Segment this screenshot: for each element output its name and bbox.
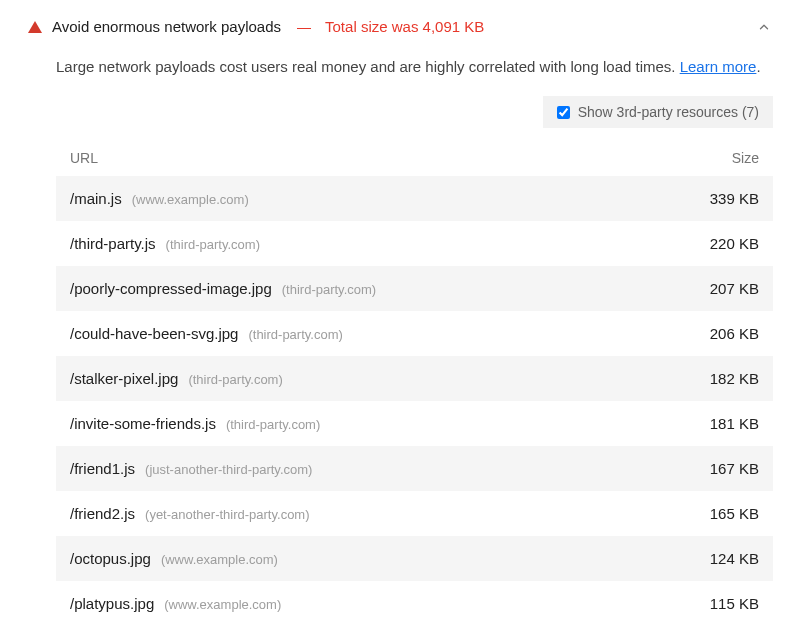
third-party-checkbox[interactable] <box>557 106 570 119</box>
table-row: /third-party.js(third-party.com)220 KB <box>56 221 773 266</box>
resource-path: /octopus.jpg <box>70 550 151 567</box>
table-row: /could-have-been-svg.jpg(third-party.com… <box>56 311 773 356</box>
resource-path: /third-party.js <box>70 235 156 252</box>
resource-path: /could-have-been-svg.jpg <box>70 325 238 342</box>
resource-domain: (just-another-third-party.com) <box>145 462 312 477</box>
table-row: /stalker-pixel.jpg(third-party.com)182 K… <box>56 356 773 401</box>
resource-domain: (third-party.com) <box>188 372 282 387</box>
resource-url: /third-party.js(third-party.com) <box>70 235 260 252</box>
resource-url: /octopus.jpg(www.example.com) <box>70 550 278 567</box>
toggle-row: Show 3rd-party resources (7) <box>56 96 783 128</box>
resource-size: 182 KB <box>710 370 759 387</box>
resources-table: URL Size /main.js(www.example.com)339 KB… <box>56 144 783 626</box>
size-column-header: Size <box>732 150 759 166</box>
table-row: /friend1.js(just-another-third-party.com… <box>56 446 773 491</box>
resource-domain: (third-party.com) <box>282 282 376 297</box>
resource-size: 207 KB <box>710 280 759 297</box>
third-party-toggle-label: Show 3rd-party resources (7) <box>578 104 759 120</box>
table-row: /invite-some-friends.js(third-party.com)… <box>56 401 773 446</box>
resource-path: /poorly-compressed-image.jpg <box>70 280 272 297</box>
table-row: /poorly-compressed-image.jpg(third-party… <box>56 266 773 311</box>
resource-domain: (third-party.com) <box>166 237 260 252</box>
audit-display-text: Total size was 4,091 KB <box>325 18 484 35</box>
audit-content: Large network payloads cost users real m… <box>16 41 783 626</box>
title-dash: — <box>297 19 311 35</box>
resource-url: /main.js(www.example.com) <box>70 190 249 207</box>
table-body: /main.js(www.example.com)339 KB/third-pa… <box>56 176 773 626</box>
resource-domain: (third-party.com) <box>226 417 320 432</box>
resource-size: 167 KB <box>710 460 759 477</box>
resource-size: 181 KB <box>710 415 759 432</box>
learn-more-link[interactable]: Learn more <box>680 58 757 75</box>
resource-size: 124 KB <box>710 550 759 567</box>
resource-domain: (www.example.com) <box>132 192 249 207</box>
table-row: /platypus.jpg(www.example.com)115 KB <box>56 581 773 626</box>
resource-url: /friend1.js(just-another-third-party.com… <box>70 460 312 477</box>
resource-size: 220 KB <box>710 235 759 252</box>
table-row: /octopus.jpg(www.example.com)124 KB <box>56 536 773 581</box>
resource-url: /could-have-been-svg.jpg(third-party.com… <box>70 325 343 342</box>
third-party-toggle[interactable]: Show 3rd-party resources (7) <box>543 96 773 128</box>
resource-domain: (yet-another-third-party.com) <box>145 507 309 522</box>
table-row: /friend2.js(yet-another-third-party.com)… <box>56 491 773 536</box>
resource-url: /platypus.jpg(www.example.com) <box>70 595 281 612</box>
resource-url: /invite-some-friends.js(third-party.com) <box>70 415 320 432</box>
description-text: Large network payloads cost users real m… <box>56 58 680 75</box>
resource-path: /stalker-pixel.jpg <box>70 370 178 387</box>
resource-url: /poorly-compressed-image.jpg(third-party… <box>70 280 376 297</box>
resource-path: /platypus.jpg <box>70 595 154 612</box>
audit-title: Avoid enormous network payloads <box>52 18 281 35</box>
resource-path: /main.js <box>70 190 122 207</box>
resource-url: /stalker-pixel.jpg(third-party.com) <box>70 370 283 387</box>
audit-header[interactable]: Avoid enormous network payloads — Total … <box>16 12 783 41</box>
resource-url: /friend2.js(yet-another-third-party.com) <box>70 505 310 522</box>
resource-domain: (www.example.com) <box>161 552 278 567</box>
url-column-header: URL <box>70 150 98 166</box>
resource-size: 165 KB <box>710 505 759 522</box>
table-header: URL Size <box>56 144 773 176</box>
resource-domain: (www.example.com) <box>164 597 281 612</box>
table-row: /main.js(www.example.com)339 KB <box>56 176 773 221</box>
resource-path: /friend1.js <box>70 460 135 477</box>
resource-size: 115 KB <box>710 595 759 612</box>
audit-description: Large network payloads cost users real m… <box>56 55 783 78</box>
description-period: . <box>756 58 760 75</box>
resource-path: /invite-some-friends.js <box>70 415 216 432</box>
resource-path: /friend2.js <box>70 505 135 522</box>
resource-domain: (third-party.com) <box>248 327 342 342</box>
resource-size: 206 KB <box>710 325 759 342</box>
chevron-up-icon[interactable] <box>757 20 771 34</box>
audit-panel: Avoid enormous network payloads — Total … <box>0 0 799 631</box>
resource-size: 339 KB <box>710 190 759 207</box>
fail-triangle-icon <box>28 21 42 33</box>
